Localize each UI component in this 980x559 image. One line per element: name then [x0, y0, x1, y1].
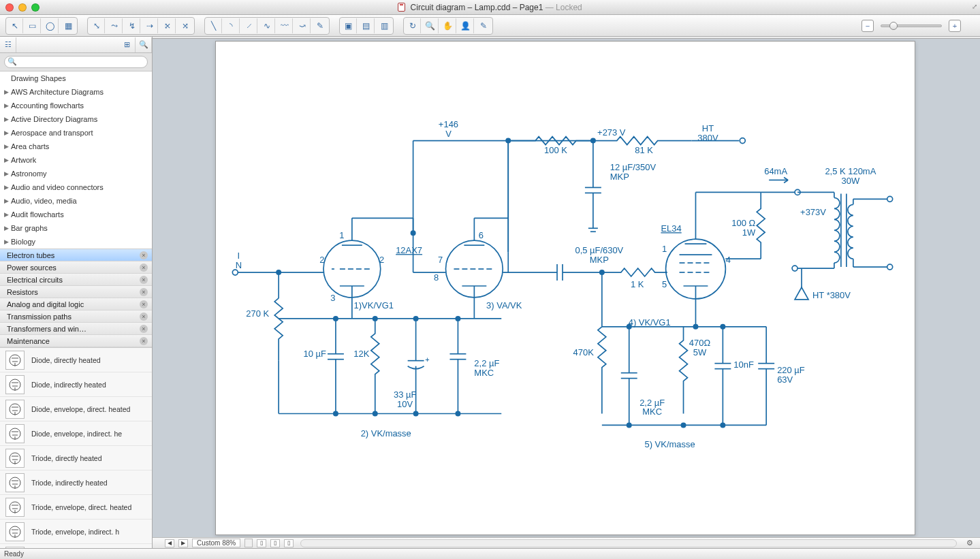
eyedropper-tool[interactable]: ✎ [475, 18, 492, 33]
view-mode-2[interactable]: ▯ [270, 539, 280, 547]
close-icon[interactable]: × [140, 276, 148, 284]
zoom-tool[interactable]: 🔍 [422, 18, 439, 33]
conn-tool-3[interactable]: ↯ [124, 18, 140, 33]
table-tool[interactable]: ▦ [60, 18, 76, 33]
disclosure-icon: ▶ [4, 184, 11, 191]
arc-tool[interactable]: ◝ [223, 18, 240, 33]
svg-text:2: 2 [379, 255, 384, 265]
category-label: Audit flowcharts [11, 210, 64, 219]
canvas[interactable]: +146V 100 K +273 V 81 K HT380V [215, 41, 915, 535]
zoom-stepper[interactable] [244, 539, 253, 547]
category-item[interactable]: ▶Audio, video, media [0, 194, 152, 208]
view-mode-3[interactable]: ▯ [284, 539, 294, 547]
category-list[interactable]: Drawing Shapes▶AWS Architecture Diagrams… [0, 71, 152, 249]
subcategory-list: Electron tubes×Power sources×Electrical … [0, 249, 152, 348]
subcategory-item[interactable]: Transmission paths× [0, 310, 152, 323]
subcategory-item[interactable]: Analog and digital logic× [0, 298, 152, 310]
category-item[interactable]: ▶Astronomy [0, 167, 152, 180]
conn-tool-2[interactable]: ⤳ [106, 18, 123, 33]
svg-text:+: + [425, 355, 429, 364]
ellipse-tool[interactable]: ◯ [42, 18, 59, 33]
svg-text:10nF: 10nF [733, 360, 754, 370]
close-icon[interactable]: × [140, 288, 148, 296]
rect-tool[interactable]: ▭ [25, 18, 41, 33]
category-item[interactable]: ▶Audit flowcharts [0, 208, 152, 221]
zoom-slider[interactable] [881, 25, 942, 27]
page-next-button[interactable]: ▶ [178, 539, 188, 547]
shape-item[interactable]: Triode, directly heated [0, 446, 152, 470]
category-label: Biology [11, 238, 35, 246]
svg-text:5) VK/masse: 5) VK/masse [644, 439, 695, 449]
sidebar-search-button[interactable]: 🔍 [136, 37, 152, 52]
conn-tool-4[interactable]: ⇢ [142, 18, 158, 33]
sidebar-grid-button[interactable]: ⊞ [119, 37, 136, 52]
close-icon[interactable]: × [140, 313, 148, 321]
close-icon[interactable]: × [140, 300, 148, 308]
polyline-tool[interactable]: ⟋ [241, 18, 257, 33]
sidebar-search-input[interactable] [4, 56, 148, 68]
view-mode-1[interactable]: ▯ [257, 539, 266, 547]
spline-tool[interactable]: ∿ [259, 18, 275, 33]
free-tool[interactable]: 〰 [276, 18, 293, 33]
close-icon[interactable]: × [140, 251, 148, 259]
svg-text:4: 4 [726, 255, 731, 265]
conn-tool-6[interactable]: ⤨ [177, 18, 193, 33]
scribble-tool[interactable]: ✎ [312, 18, 328, 33]
line-tool[interactable]: ╲ [206, 18, 222, 33]
fullscreen-icon[interactable]: ⤢ [972, 3, 977, 10]
category-item[interactable]: ▶Biology [0, 235, 152, 249]
main-toolbar: ↖ ▭ ◯ ▦ ⤡ ⤳ ↯ ⇢ ⤪ ⤨ ╲ ◝ ⟋ ∿ 〰 ⤻ ✎ ▣ ▤ ▥ … [0, 15, 980, 37]
zoom-in-button[interactable]: + [949, 20, 961, 32]
align-tool-1[interactable]: ▣ [341, 18, 357, 33]
shape-item[interactable]: Diode, envelope, indirect. he [0, 421, 152, 446]
shape-list[interactable]: Diode, directly heatedDiode, indirectly … [0, 348, 152, 548]
shape-item[interactable]: Diode, directly heated [0, 348, 152, 372]
hscrollbar[interactable] [300, 539, 957, 547]
close-icon[interactable]: × [140, 263, 148, 272]
subcategory-item[interactable]: Maintenance× [0, 335, 152, 347]
shape-item[interactable]: Triode, envelope, indirect. h [0, 520, 152, 544]
category-item[interactable]: ▶Bar graphs [0, 221, 152, 235]
canvas-bottom-bar: ◀ ▶ Custom 88% ▯ ▯ ▯ ⚙ [153, 537, 980, 548]
align-tool-3[interactable]: ▥ [376, 18, 392, 33]
conn-tool-5[interactable]: ⤪ [159, 18, 176, 33]
category-item[interactable]: ▶Audio and video connectors [0, 180, 152, 194]
disclosure-icon: ▶ [4, 129, 11, 136]
disclosure-icon: ▶ [4, 143, 11, 150]
page-prev-button[interactable]: ◀ [165, 539, 174, 547]
subcategory-item[interactable]: Resistors× [0, 286, 152, 298]
zoom-out-button[interactable]: − [862, 20, 874, 32]
category-item[interactable]: Drawing Shapes [0, 71, 152, 85]
shape-item[interactable]: Triode, indirectly heated [0, 470, 152, 495]
subcategory-item[interactable]: Electron tubes× [0, 249, 152, 261]
person-tool[interactable]: 👤 [458, 18, 474, 33]
sidebar-search: 🔍 [0, 53, 152, 71]
canvas-settings-icon[interactable]: ⚙ [964, 539, 976, 547]
conn-tool-1[interactable]: ⤡ [89, 18, 105, 33]
category-item[interactable]: ▶Active Directory Diagrams [0, 112, 152, 126]
shape-item[interactable]: Diode, envelope, direct. heated [0, 397, 152, 421]
category-item[interactable]: ▶Area charts [0, 140, 152, 153]
align-tool-2[interactable]: ▤ [358, 18, 375, 33]
subcategory-item[interactable]: Transformers and win…× [0, 323, 152, 335]
zoom-slider-thumb[interactable] [889, 22, 898, 30]
category-item[interactable]: ▶AWS Architecture Diagrams [0, 85, 152, 99]
shape-item[interactable]: Triode, envelope, direct. heated [0, 495, 152, 520]
svg-text:2,2 µFMKC: 2,2 µFMKC [474, 358, 499, 378]
pointer-tool[interactable]: ↖ [7, 18, 23, 33]
subcategory-item[interactable]: Electrical circuits× [0, 274, 152, 286]
hand-tool[interactable]: ✋ [440, 18, 456, 33]
category-item[interactable]: ▶Accounting flowcharts [0, 99, 152, 112]
svg-text:81 K: 81 K [635, 145, 653, 155]
svg-point-178 [720, 422, 725, 428]
zoom-label[interactable]: Custom 88% [192, 539, 240, 547]
sidebar-tree-button[interactable]: ☷ [0, 37, 16, 52]
close-icon[interactable]: × [140, 337, 148, 345]
category-item[interactable]: ▶Aerospace and transport [0, 126, 152, 140]
close-icon[interactable]: × [140, 325, 148, 333]
bezier-tool[interactable]: ⤻ [294, 18, 311, 33]
shape-item[interactable]: Diode, indirectly heated [0, 372, 152, 397]
rotate-tool[interactable]: ↻ [405, 18, 421, 33]
category-item[interactable]: ▶Artwork [0, 153, 152, 167]
subcategory-item[interactable]: Power sources× [0, 261, 152, 274]
